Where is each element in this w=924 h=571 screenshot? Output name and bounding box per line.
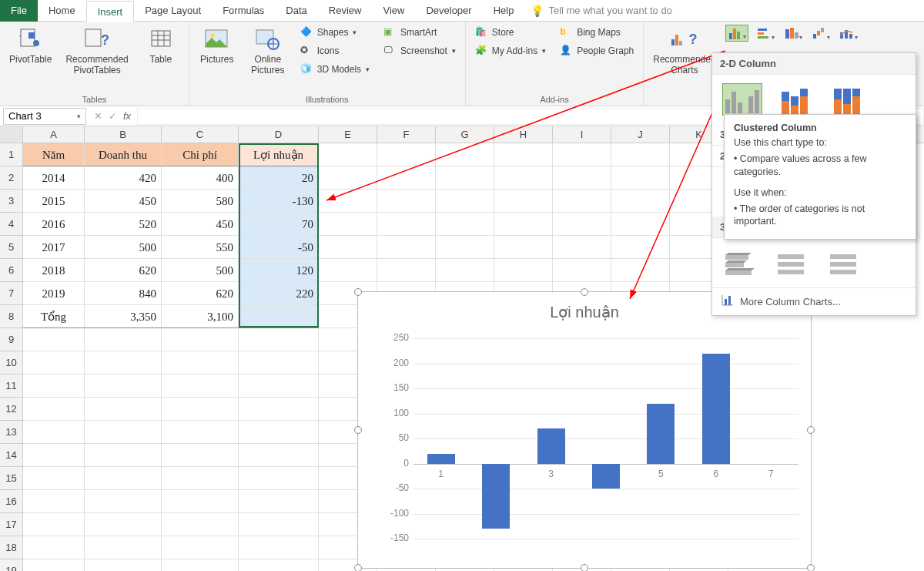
chart-bar-6[interactable] [702,354,730,464]
resize-handle[interactable] [581,564,588,571]
col-header-G[interactable]: G [436,126,494,143]
col-header-C[interactable]: C [162,126,239,143]
chart-bar-3[interactable] [537,428,565,464]
cell-C11[interactable] [162,375,239,398]
cell-A4[interactable]: 2016 [23,213,85,236]
cell-A11[interactable] [23,375,85,398]
row-header-12[interactable]: 12 [0,398,23,421]
tab-home[interactable]: Home [38,0,86,22]
cell-G2[interactable] [436,166,494,190]
cell-D15[interactable] [239,467,319,490]
cell-C5[interactable]: 550 [162,236,239,259]
cell-J4[interactable] [611,213,670,236]
cell-C13[interactable] [162,421,239,444]
row-header-17[interactable]: 17 [0,513,23,536]
cell-I5[interactable] [553,236,611,259]
cell-D4[interactable]: 70 [239,213,319,236]
3d-models-button[interactable]: 🧊3D Models ▾ [297,62,373,77]
recommended-pivottables-button[interactable]: ? Recommended PivotTables [62,25,131,78]
cell-C19[interactable] [162,559,239,571]
cell-B8[interactable]: 3,350 [85,305,162,328]
cell-B2[interactable]: 420 [85,166,162,190]
col-header-D[interactable]: D [239,126,319,143]
cell-B17[interactable] [85,513,162,536]
cell-G1[interactable] [436,143,494,166]
cell-D10[interactable] [239,351,319,375]
cell-H5[interactable] [494,236,553,259]
cell-C17[interactable] [162,513,239,536]
cell-E3[interactable] [319,190,377,213]
row-header-7[interactable]: 7 [0,282,23,305]
cell-B16[interactable] [85,490,162,513]
cell-I4[interactable] [553,213,611,236]
tab-view[interactable]: View [372,0,415,22]
cell-B12[interactable] [85,398,162,421]
row-header-19[interactable]: 19 [0,559,23,571]
cell-D13[interactable] [239,421,319,444]
cell-B19[interactable] [85,559,162,571]
cell-D16[interactable] [239,490,319,513]
3d-bar-thumb-2[interactable] [775,247,814,278]
cell-E1[interactable] [319,143,377,166]
cell-C1[interactable]: Chi phí [162,143,239,166]
cell-A3[interactable]: 2015 [23,190,85,213]
tab-developer[interactable]: Developer [415,0,482,22]
bing-maps-button[interactable]: bBing Maps [557,25,637,40]
cell-G4[interactable] [436,213,494,236]
cell-B14[interactable] [85,444,162,467]
cell-B3[interactable]: 450 [85,190,162,213]
cell-H3[interactable] [494,190,553,213]
row-header-5[interactable]: 5 [0,236,23,259]
cell-B4[interactable]: 520 [85,213,162,236]
cell-I3[interactable] [553,190,611,213]
cell-B5[interactable]: 500 [85,236,162,259]
row-header-13[interactable]: 13 [0,421,23,444]
tell-me-search[interactable]: 💡 Tell me what you want to do [531,5,924,17]
icons-button[interactable]: ✪Icons [297,43,373,59]
cell-J3[interactable] [611,190,670,213]
cell-B18[interactable] [85,536,162,559]
smartart-button[interactable]: ▣SmartArt [380,25,459,40]
resize-handle[interactable] [807,426,815,434]
cell-D7[interactable]: 220 [239,282,319,305]
col-header-H[interactable]: H [494,126,553,143]
col-header-F[interactable]: F [377,126,436,143]
select-all-corner[interactable] [0,126,23,143]
cell-F6[interactable] [377,259,436,282]
cell-C9[interactable] [162,328,239,351]
tab-formulas[interactable]: Formulas [212,0,275,22]
cell-D14[interactable] [239,444,319,467]
cell-B1[interactable]: Doanh thu [85,143,162,166]
col-header-E[interactable]: E [319,126,377,143]
row-header-6[interactable]: 6 [0,259,23,282]
cell-J5[interactable] [611,236,670,259]
cell-D5[interactable]: -50 [239,236,319,259]
cell-D8[interactable] [239,305,319,328]
cell-I6[interactable] [553,259,611,282]
row-header-16[interactable]: 16 [0,490,23,513]
cell-H1[interactable] [494,143,553,166]
cell-D11[interactable] [239,375,319,398]
cell-A7[interactable]: 2019 [23,282,85,305]
row-header-4[interactable]: 4 [0,213,23,236]
cell-B11[interactable] [85,375,162,398]
resize-handle[interactable] [807,564,815,571]
cell-A13[interactable] [23,421,85,444]
cell-D6[interactable]: 120 [239,259,319,282]
cell-D19[interactable] [239,559,319,571]
bar-chart-button[interactable]: ▾ [753,25,776,42]
cell-A10[interactable] [23,351,85,375]
cell-G3[interactable] [436,190,494,213]
recommended-charts-button[interactable]: ? Recommended Charts [650,25,718,78]
cancel-icon[interactable]: ✕ [94,110,102,122]
table-button[interactable]: Table [139,25,182,66]
cell-F3[interactable] [377,190,436,213]
cell-D12[interactable] [239,398,319,421]
row-header-9[interactable]: 9 [0,328,23,351]
cell-I2[interactable] [553,166,611,190]
tab-help[interactable]: Help [483,0,525,22]
cell-C15[interactable] [162,467,239,490]
col-header-A[interactable]: A [23,126,85,143]
enter-icon[interactable]: ✓ [109,110,117,122]
name-box[interactable]: Chart 3▾ [3,108,86,125]
